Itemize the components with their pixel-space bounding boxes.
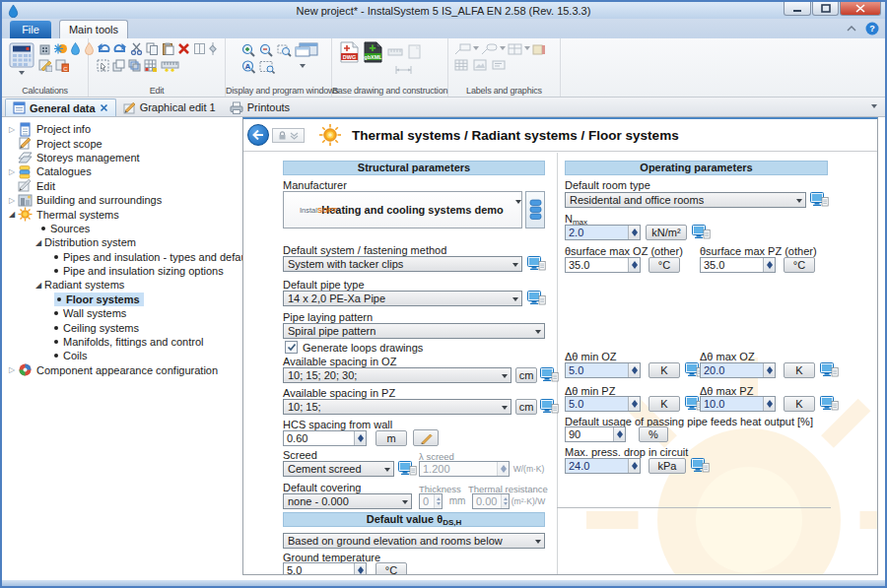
cut-icon[interactable] <box>130 42 143 55</box>
zoom-selection-icon[interactable] <box>277 43 292 57</box>
chevron-right-icon[interactable]: ▷ <box>6 196 18 205</box>
table-icon[interactable] <box>454 59 468 71</box>
tree-item-storeys[interactable]: Storeys management <box>6 151 242 164</box>
monitor-sync-icon[interactable] <box>692 225 711 240</box>
tree-item-project-scope[interactable]: Project scope <box>6 136 242 150</box>
chevron-expanded-icon[interactable]: ◢ <box>6 210 18 219</box>
tree-item-sources[interactable]: Sources <box>6 222 242 235</box>
spinner-arrows[interactable] <box>763 258 775 272</box>
dt-min-oz-spinner[interactable]: 5.0 <box>565 362 641 378</box>
spinner-arrows[interactable] <box>763 397 775 411</box>
pipe-type-select[interactable]: 14 x 2,0 PE-Xa Pipe <box>283 291 522 306</box>
nmax-spinner[interactable]: 2.0 <box>565 225 641 240</box>
back-button[interactable] <box>247 124 269 146</box>
minimize-button[interactable] <box>784 2 811 16</box>
nmax-unit[interactable]: kN/m² <box>646 225 687 240</box>
label-frame-icon[interactable] <box>481 43 498 55</box>
building-calc-icon[interactable] <box>38 42 51 55</box>
label-table-icon[interactable] <box>508 43 522 55</box>
usage-spinner[interactable]: 90 <box>565 426 626 442</box>
spacing-pz-unit[interactable]: cm <box>515 399 537 415</box>
spinner-arrows[interactable] <box>763 363 775 377</box>
chevron-right-icon[interactable]: ▷ <box>6 365 18 374</box>
zoom-area-icon[interactable] <box>259 60 275 74</box>
spinner-arrows[interactable] <box>628 258 640 272</box>
room-type-select[interactable]: Residental and office rooms <box>565 192 806 208</box>
pin-buttons[interactable] <box>272 128 305 143</box>
gbxml-file-icon[interactable]: gbXML <box>364 41 382 63</box>
hcs-edit-button[interactable] <box>413 429 439 446</box>
label-leader-icon[interactable] <box>454 43 471 55</box>
redo-icon[interactable] <box>113 42 127 55</box>
tree-item-wall-systems[interactable]: Wall systems <box>6 306 242 320</box>
insert-node-icon[interactable] <box>209 42 217 55</box>
monitor-sync-icon[interactable] <box>540 399 559 415</box>
press-unit[interactable]: kPa <box>648 458 686 474</box>
copy-icon[interactable] <box>146 42 159 55</box>
surf-pz-unit[interactable]: °C <box>784 257 815 273</box>
tree-item-floor-systems[interactable]: Floor systems <box>6 293 242 306</box>
pages-icon[interactable] <box>193 42 206 55</box>
chevron-expanded-icon[interactable]: ◢ <box>33 238 44 247</box>
dt-max-oz-unit[interactable]: K <box>784 362 815 378</box>
undo-icon[interactable] <box>97 42 110 55</box>
dt-min-pz-spinner[interactable]: 5.0 <box>565 396 641 412</box>
ground-based-select[interactable]: Based on ground elevation and rooms belo… <box>283 533 545 549</box>
cascade-windows-icon[interactable] <box>295 42 318 57</box>
monitor-sync-icon[interactable] <box>820 396 839 412</box>
surf-oz-unit[interactable]: °C <box>648 257 680 273</box>
align-grid-icon[interactable] <box>144 59 158 72</box>
generate-loops-checkbox[interactable] <box>285 341 298 354</box>
spacing-pz-select[interactable]: 10; 15; <box>283 399 512 415</box>
colorbar-icon[interactable] <box>532 43 546 55</box>
monitor-sync-icon[interactable] <box>540 367 559 383</box>
monitor-sync-icon[interactable] <box>398 461 417 477</box>
measure-grid-icon[interactable] <box>161 59 179 72</box>
monitor-sync-icon[interactable] <box>527 291 546 306</box>
manufacturer-catalog-button[interactable] <box>525 191 545 229</box>
maximize-button[interactable] <box>812 2 839 16</box>
tree-item-distribution[interactable]: ◢Distribution system <box>6 235 242 249</box>
close-button[interactable] <box>840 2 881 16</box>
close-tab-icon[interactable] <box>100 103 108 112</box>
monitor-sync-icon[interactable] <box>691 458 710 474</box>
hcs-spinner[interactable]: 0.60 <box>283 430 367 446</box>
group-icon[interactable] <box>128 59 141 72</box>
heating-cooling-icon[interactable] <box>54 42 67 55</box>
spinner-arrows[interactable] <box>628 397 640 411</box>
monitor-sync-icon[interactable] <box>820 362 839 378</box>
construction-ruler-icon[interactable] <box>387 45 403 59</box>
delete-icon[interactable] <box>177 42 190 55</box>
dwg-file-icon[interactable]: DWG <box>340 41 359 63</box>
tree-item-component-appearance[interactable]: ▷Component appearance configuration <box>6 363 242 377</box>
tab-printouts[interactable]: Printouts <box>223 98 297 116</box>
water-drop-icon[interactable] <box>70 42 81 55</box>
image-icon[interactable] <box>473 59 487 71</box>
tab-main-tools[interactable]: Main tools <box>59 20 128 38</box>
textfield-icon[interactable] <box>492 59 506 71</box>
surf-pz-spinner[interactable]: 35.0 <box>700 257 776 273</box>
hcs-unit[interactable]: m <box>375 430 407 446</box>
monitor-sync-icon[interactable] <box>810 192 829 208</box>
chevron-right-icon[interactable]: ▷ <box>6 167 18 176</box>
dimension-icon[interactable] <box>395 65 412 75</box>
dt-max-oz-spinner[interactable]: 20.0 <box>700 362 776 378</box>
tree-item-pipe-sizing[interactable]: Pipe and insulation sizing options <box>6 264 242 278</box>
calculations-icon[interactable] <box>9 42 34 68</box>
spacing-oz-select[interactable]: 10; 15; 20; 30; <box>283 367 512 383</box>
tree-item-catalogues[interactable]: ▷Catalogues <box>6 164 242 178</box>
tree-item-ceiling-systems[interactable]: Ceiling systems <box>6 320 242 334</box>
collapse-ribbon-icon[interactable] <box>846 24 857 33</box>
spinner-arrows[interactable] <box>628 363 640 377</box>
tree-item-building[interactable]: ▷Building and surroundings <box>6 193 242 207</box>
monitor-sync-icon[interactable] <box>527 256 546 272</box>
zoom-in-icon[interactable] <box>241 43 256 57</box>
dt-min-oz-unit[interactable]: K <box>648 362 680 378</box>
chevron-expanded-icon[interactable]: ◢ <box>33 281 44 290</box>
usage-unit[interactable]: % <box>639 426 668 442</box>
help-icon[interactable]: ? <box>865 22 879 35</box>
tree-item-edit[interactable]: Edit <box>6 179 242 193</box>
tab-list-dropdown-icon[interactable] <box>871 104 877 111</box>
calc-report-icon[interactable]: C <box>55 58 69 72</box>
dt-max-pz-spinner[interactable]: 10.0 <box>700 396 776 412</box>
